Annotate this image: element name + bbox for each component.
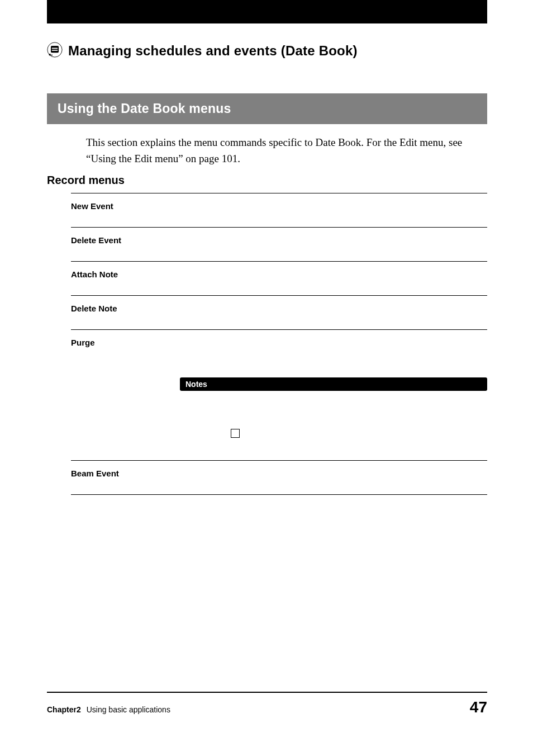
menu-label: Attach Note	[71, 270, 118, 279]
menu-label: Delete Event	[71, 235, 121, 245]
record-menus-table: New Event Delete Event Attach Note Delet…	[71, 193, 487, 495]
subsection-banner-text: Using the Date Book menus	[58, 101, 231, 116]
menu-label: Delete Note	[71, 304, 117, 313]
menu-row-attach-note: Attach Note	[71, 261, 487, 295]
footer-left: Chapter2 Using basic applications	[47, 705, 170, 714]
intro-paragraph: This section explains the menu commands …	[86, 134, 487, 167]
menu-label: Purge	[71, 338, 487, 347]
svg-rect-3	[52, 50, 58, 51]
menu-row-delete-event: Delete Event	[71, 227, 487, 261]
checkbox-icon	[231, 429, 240, 438]
menu-row-delete-note: Delete Note	[71, 295, 487, 329]
chapter-label: Chapter2	[47, 705, 81, 714]
svg-point-5	[51, 55, 53, 56]
menu-row-beam-event: Beam Event	[71, 460, 487, 495]
page-footer: Chapter2 Using basic applications 47	[47, 698, 487, 716]
section-heading-row: Managing schedules and events (Date Book…	[47, 42, 358, 60]
svg-rect-1	[51, 46, 59, 53]
menu-label: New Event	[71, 201, 113, 211]
notes-badge: Notes	[180, 377, 487, 391]
section-heading: Managing schedules and events (Date Book…	[68, 43, 358, 59]
menu-label: Beam Event	[71, 469, 119, 478]
svg-rect-2	[52, 48, 58, 49]
header-black-bar	[47, 0, 487, 23]
footer-rule	[47, 692, 487, 693]
menu-row-new-event: New Event	[71, 193, 487, 227]
datebook-icon	[47, 42, 63, 60]
menu-row-purge: Purge Notes	[71, 329, 487, 460]
subsection-banner: Using the Date Book menus	[47, 93, 487, 124]
document-page: Managing schedules and events (Date Book…	[0, 0, 533, 756]
checkbox-row	[231, 428, 487, 439]
svg-point-4	[49, 54, 51, 56]
chapter-text: Using basic applications	[87, 705, 170, 714]
page-number: 47	[470, 698, 487, 716]
record-menus-heading: Record menus	[47, 174, 125, 187]
